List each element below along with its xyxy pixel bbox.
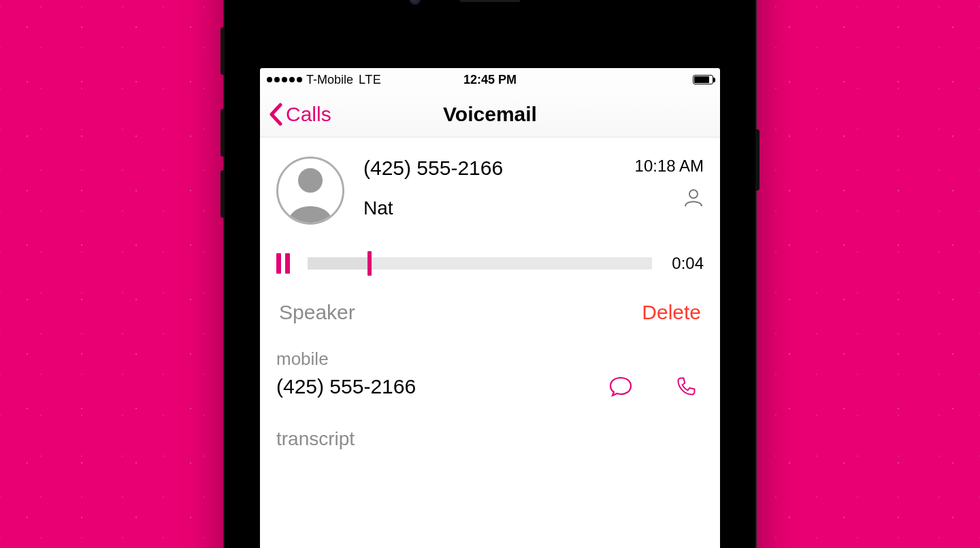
playback-scrubber[interactable] — [308, 257, 652, 270]
network-label: LTE — [359, 73, 381, 87]
contact-line: (425) 555-2166 — [276, 375, 704, 398]
playback-controls: 0:04 — [276, 253, 704, 274]
svg-point-1 — [689, 190, 698, 198]
status-time: 12:45 PM — [463, 73, 517, 87]
caller-name: Nat — [363, 197, 503, 219]
voicemail-content: (425) 555-2166 Nat 10:18 AM — [260, 138, 720, 548]
carrier-label: T-Mobile — [306, 73, 353, 87]
phone-earpiece — [459, 0, 521, 2]
phone-camera — [410, 0, 421, 5]
caller-number: (425) 555-2166 — [363, 157, 503, 180]
scrubber-fill — [308, 257, 370, 270]
speaker-button[interactable]: Speaker — [279, 301, 355, 324]
contact-actions — [608, 376, 704, 398]
person-silhouette-icon — [283, 161, 338, 223]
page-title: Voicemail — [443, 103, 537, 126]
contact-detail-button[interactable] — [683, 188, 704, 210]
message-icon[interactable] — [608, 376, 633, 398]
pause-bar-icon — [276, 253, 281, 274]
caller-info: (425) 555-2166 Nat 10:18 AM — [363, 157, 704, 219]
phone-screen: T-Mobile LTE 12:45 PM Calls Voicemail — [260, 68, 720, 548]
pause-button[interactable] — [276, 253, 290, 274]
delete-button[interactable]: Delete — [642, 301, 701, 324]
phone-frame: T-Mobile LTE 12:45 PM Calls Voicemail — [225, 0, 755, 548]
pause-bar-icon — [285, 253, 290, 274]
phone-icon[interactable] — [674, 376, 698, 398]
scrubber-playhead-icon — [368, 251, 372, 276]
avatar — [276, 157, 344, 225]
nav-bar: Calls Voicemail — [260, 91, 720, 138]
contact-block: mobile (425) 555-2166 — [276, 349, 704, 398]
voicemail-time: 10:18 AM — [635, 157, 704, 176]
contact-type-label: mobile — [276, 349, 704, 370]
status-left: T-Mobile LTE — [267, 73, 381, 87]
caller-row: (425) 555-2166 Nat 10:18 AM — [276, 157, 704, 225]
battery-icon — [693, 75, 713, 84]
back-button[interactable]: Calls — [268, 103, 331, 126]
caller-left: (425) 555-2166 Nat — [363, 157, 503, 219]
action-row: Speaker Delete — [276, 301, 704, 324]
person-outline-icon — [683, 188, 704, 207]
elapsed-time: 0:04 — [670, 254, 704, 273]
chevron-left-icon — [268, 103, 283, 126]
svg-point-0 — [298, 168, 323, 193]
signal-strength-icon — [267, 77, 302, 82]
transcript-label: transcript — [276, 428, 704, 450]
back-label: Calls — [286, 103, 331, 126]
contact-number: (425) 555-2166 — [276, 375, 416, 398]
status-bar: T-Mobile LTE 12:45 PM — [260, 68, 720, 91]
caller-right: 10:18 AM — [635, 157, 704, 219]
